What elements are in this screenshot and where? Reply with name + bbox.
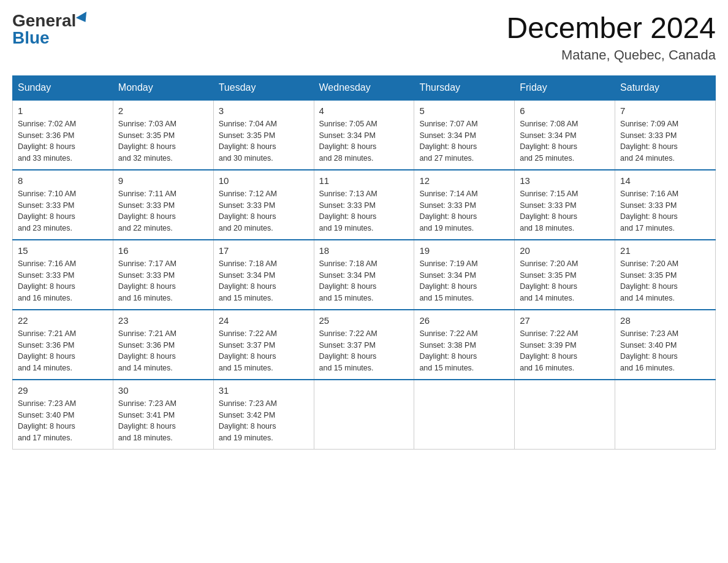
day-number: 14 — [620, 175, 710, 186]
day-info: Sunrise: 7:08 AM Sunset: 3:34 PM Dayligh… — [520, 118, 610, 164]
daylight-text: Daylight: 8 hours — [18, 282, 75, 291]
page-header: General Blue December 2024 Matane, Quebe… — [12, 12, 716, 63]
daylight-text: Daylight: 8 hours — [219, 142, 276, 151]
calendar-cell: 29 Sunrise: 7:23 AM Sunset: 3:40 PM Dayl… — [13, 380, 113, 450]
daylight-text: Daylight: 8 hours — [219, 422, 276, 431]
calendar-cell: 19 Sunrise: 7:19 AM Sunset: 3:34 PM Dayl… — [414, 240, 515, 310]
sunset-text: Sunset: 3:39 PM — [520, 341, 576, 350]
day-number: 31 — [219, 385, 309, 396]
calendar-cell: 17 Sunrise: 7:18 AM Sunset: 3:34 PM Dayl… — [213, 240, 314, 310]
calendar-cell: 30 Sunrise: 7:23 AM Sunset: 3:41 PM Dayl… — [113, 380, 213, 450]
daylight-text: Daylight: 8 hours — [620, 212, 678, 221]
day-info: Sunrise: 7:19 AM Sunset: 3:34 PM Dayligh… — [419, 258, 509, 304]
sunrise-text: Sunrise: 7:07 AM — [419, 120, 477, 128]
daylight-text: Daylight: 8 hours — [319, 142, 377, 151]
daylight-minutes-text: and 19 minutes. — [319, 224, 374, 232]
daylight-text: Daylight: 8 hours — [520, 282, 577, 291]
daylight-text: Daylight: 8 hours — [118, 212, 176, 221]
day-info: Sunrise: 7:16 AM Sunset: 3:33 PM Dayligh… — [620, 188, 710, 234]
sunset-text: Sunset: 3:34 PM — [520, 131, 576, 140]
day-info: Sunrise: 7:13 AM Sunset: 3:33 PM Dayligh… — [319, 188, 409, 234]
day-info: Sunrise: 7:02 AM Sunset: 3:36 PM Dayligh… — [18, 118, 108, 164]
daylight-minutes-text: and 14 minutes. — [620, 294, 675, 302]
calendar-cell: 25 Sunrise: 7:22 AM Sunset: 3:37 PM Dayl… — [314, 310, 414, 380]
calendar-cell: 28 Sunrise: 7:23 AM Sunset: 3:40 PM Dayl… — [615, 310, 716, 380]
sunrise-text: Sunrise: 7:15 AM — [520, 190, 578, 198]
sunrise-text: Sunrise: 7:20 AM — [520, 259, 578, 268]
daylight-minutes-text: and 17 minutes. — [18, 434, 72, 442]
day-info: Sunrise: 7:23 AM Sunset: 3:40 PM Dayligh… — [620, 328, 710, 374]
sunrise-text: Sunrise: 7:21 AM — [18, 329, 76, 338]
logo-general-text: General — [12, 12, 76, 29]
sunset-text: Sunset: 3:42 PM — [219, 411, 275, 419]
sunrise-text: Sunrise: 7:19 AM — [419, 259, 477, 268]
sunset-text: Sunset: 3:41 PM — [118, 411, 175, 419]
daylight-minutes-text: and 14 minutes. — [18, 364, 72, 372]
header-cell-thursday: Thursday — [414, 75, 515, 100]
calendar-cell — [515, 380, 615, 450]
calendar-cell: 18 Sunrise: 7:18 AM Sunset: 3:34 PM Dayl… — [314, 240, 414, 310]
day-info: Sunrise: 7:15 AM Sunset: 3:33 PM Dayligh… — [520, 188, 610, 234]
daylight-text: Daylight: 8 hours — [219, 282, 276, 291]
calendar-cell: 5 Sunrise: 7:07 AM Sunset: 3:34 PM Dayli… — [414, 100, 515, 170]
daylight-minutes-text: and 25 minutes. — [520, 154, 574, 163]
sunset-text: Sunset: 3:36 PM — [18, 341, 74, 350]
calendar-title: December 2024 — [506, 12, 716, 45]
day-info: Sunrise: 7:11 AM Sunset: 3:33 PM Dayligh… — [118, 188, 208, 234]
calendar-location: Matane, Quebec, Canada — [506, 47, 716, 63]
sunset-text: Sunset: 3:34 PM — [319, 271, 376, 280]
day-number: 1 — [18, 105, 108, 116]
sunrise-text: Sunrise: 7:16 AM — [620, 190, 678, 198]
sunrise-text: Sunrise: 7:08 AM — [520, 120, 578, 128]
calendar-cell: 11 Sunrise: 7:13 AM Sunset: 3:33 PM Dayl… — [314, 170, 414, 240]
daylight-text: Daylight: 8 hours — [118, 282, 176, 291]
sunrise-text: Sunrise: 7:22 AM — [520, 329, 578, 338]
sunrise-text: Sunrise: 7:05 AM — [319, 120, 377, 128]
calendar-cell: 14 Sunrise: 7:16 AM Sunset: 3:33 PM Dayl… — [615, 170, 716, 240]
day-info: Sunrise: 7:22 AM Sunset: 3:37 PM Dayligh… — [219, 328, 309, 374]
logo: General Blue — [12, 12, 89, 47]
calendar-cell: 4 Sunrise: 7:05 AM Sunset: 3:34 PM Dayli… — [314, 100, 414, 170]
day-number: 12 — [419, 175, 509, 186]
calendar-cell — [314, 380, 414, 450]
sunset-text: Sunset: 3:40 PM — [18, 411, 74, 419]
daylight-minutes-text: and 18 minutes. — [118, 434, 173, 442]
daylight-text: Daylight: 8 hours — [419, 352, 477, 361]
sunrise-text: Sunrise: 7:23 AM — [18, 399, 76, 408]
day-info: Sunrise: 7:18 AM Sunset: 3:34 PM Dayligh… — [219, 258, 309, 304]
day-info: Sunrise: 7:14 AM Sunset: 3:33 PM Dayligh… — [419, 188, 509, 234]
header-row: SundayMondayTuesdayWednesdayThursdayFrid… — [13, 75, 716, 100]
sunset-text: Sunset: 3:33 PM — [520, 201, 576, 210]
daylight-minutes-text: and 20 minutes. — [219, 224, 273, 232]
sunrise-text: Sunrise: 7:12 AM — [219, 190, 277, 198]
day-number: 20 — [520, 245, 610, 256]
day-info: Sunrise: 7:05 AM Sunset: 3:34 PM Dayligh… — [319, 118, 409, 164]
sunset-text: Sunset: 3:35 PM — [620, 271, 677, 280]
day-info: Sunrise: 7:03 AM Sunset: 3:35 PM Dayligh… — [118, 118, 208, 164]
header-cell-wednesday: Wednesday — [314, 75, 414, 100]
day-info: Sunrise: 7:18 AM Sunset: 3:34 PM Dayligh… — [319, 258, 409, 304]
sunrise-text: Sunrise: 7:13 AM — [319, 190, 377, 198]
daylight-minutes-text: and 30 minutes. — [219, 154, 273, 163]
sunrise-text: Sunrise: 7:22 AM — [219, 329, 277, 338]
day-info: Sunrise: 7:22 AM Sunset: 3:38 PM Dayligh… — [419, 328, 509, 374]
day-number: 6 — [520, 105, 610, 116]
daylight-text: Daylight: 8 hours — [18, 352, 75, 361]
sunset-text: Sunset: 3:37 PM — [219, 341, 275, 350]
day-info: Sunrise: 7:17 AM Sunset: 3:33 PM Dayligh… — [118, 258, 208, 304]
sunrise-text: Sunrise: 7:21 AM — [118, 329, 176, 338]
daylight-minutes-text: and 15 minutes. — [219, 364, 273, 372]
daylight-text: Daylight: 8 hours — [520, 352, 577, 361]
daylight-minutes-text: and 16 minutes. — [520, 364, 574, 372]
day-info: Sunrise: 7:22 AM Sunset: 3:39 PM Dayligh… — [520, 328, 610, 374]
calendar-cell: 1 Sunrise: 7:02 AM Sunset: 3:36 PM Dayli… — [13, 100, 113, 170]
sunrise-text: Sunrise: 7:17 AM — [118, 259, 176, 268]
sunrise-text: Sunrise: 7:23 AM — [620, 329, 678, 338]
day-number: 30 — [118, 385, 208, 396]
sunrise-text: Sunrise: 7:23 AM — [118, 399, 176, 408]
calendar-body: 1 Sunrise: 7:02 AM Sunset: 3:36 PM Dayli… — [13, 100, 716, 450]
sunset-text: Sunset: 3:33 PM — [118, 271, 175, 280]
day-info: Sunrise: 7:20 AM Sunset: 3:35 PM Dayligh… — [520, 258, 610, 304]
day-number: 29 — [18, 385, 108, 396]
daylight-text: Daylight: 8 hours — [18, 422, 75, 431]
